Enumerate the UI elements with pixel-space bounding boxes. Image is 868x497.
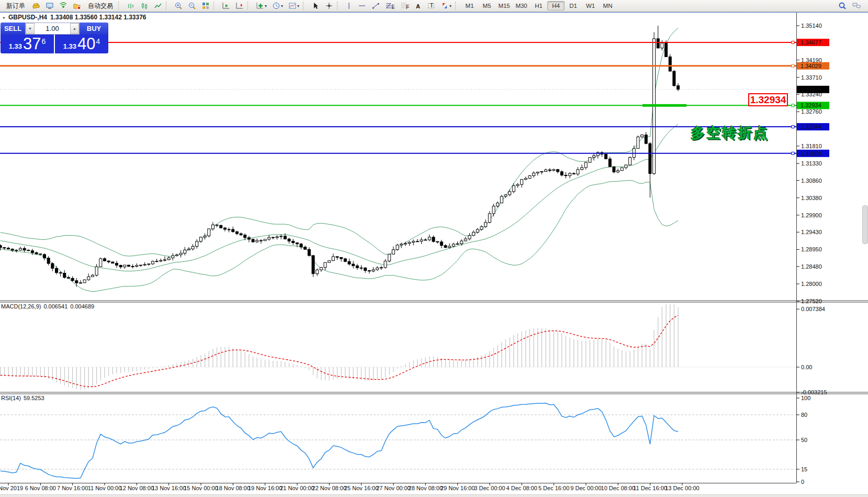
indicators-add-icon[interactable]: ▾ [253, 0, 269, 12]
buy-price[interactable]: 1.33 40 4 [55, 35, 108, 53]
svg-text:12 Nov 08:00: 12 Nov 08:00 [120, 485, 154, 491]
svg-text:15 Nov 00:00: 15 Nov 00:00 [184, 485, 218, 491]
chart-menu-icon[interactable]: ▸ [3, 15, 5, 20]
volume-increase-button[interactable]: ▲ [70, 23, 79, 34]
volume-input[interactable] [35, 23, 70, 34]
svg-text:0: 0 [801, 479, 804, 485]
svg-text:0.007384: 0.007384 [801, 306, 825, 312]
crosshair-icon[interactable] [322, 0, 336, 12]
fibonacci-icon[interactable]: E [382, 0, 397, 12]
svg-text:29 Nov 16:00: 29 Nov 16:00 [441, 485, 475, 491]
grid-icon[interactable]: F [397, 0, 412, 12]
periods-clock-icon[interactable]: ▾ [269, 0, 286, 12]
svg-text:1.35140: 1.35140 [801, 23, 822, 29]
svg-text:1.27520: 1.27520 [801, 298, 822, 304]
svg-text:1.29430: 1.29430 [801, 229, 822, 235]
templates-icon[interactable]: ▾ [286, 0, 302, 12]
volume-decrease-button[interactable]: ▼ [26, 23, 35, 34]
dropdown-caret: ▾ [281, 4, 283, 8]
arrows-icon[interactable]: ▾ [438, 0, 454, 12]
buy-price-big: 40 [77, 36, 95, 52]
sell-price-sup: 6 [42, 37, 46, 46]
svg-text:1.34677: 1.34677 [801, 39, 821, 46]
zoom-in-icon[interactable] [172, 0, 185, 12]
line-chart-icon[interactable] [151, 0, 165, 12]
chart-symbol-period: GBPUSD-,H4 [8, 14, 47, 21]
dropdown-caret: ▾ [449, 4, 452, 8]
buy-price-sup: 4 [96, 37, 100, 46]
svg-text:100: 100 [801, 395, 810, 401]
search-icon[interactable] [836, 0, 849, 12]
tf-button-H4[interactable]: H4 [547, 1, 565, 10]
svg-text:15: 15 [801, 466, 807, 472]
chinese-annotation: 多空转折点 [691, 124, 769, 142]
tf-button-D1[interactable]: D1 [565, 1, 582, 10]
window-bottom-edge [0, 494, 868, 497]
sell-button[interactable]: SELL [1, 23, 25, 35]
tf-button-M15[interactable]: M15 [495, 1, 513, 10]
tf-button-H1[interactable]: H1 [530, 1, 547, 10]
sell-price-prefix: 1.33 [9, 42, 22, 50]
toolbar-separator [166, 2, 170, 10]
timeframe-group: M1M5M15M30H1H4D1W1MN [461, 1, 616, 10]
svg-text:13 Nov 16:00: 13 Nov 16:00 [152, 485, 186, 491]
toolbar-separator [303, 2, 307, 10]
svg-text:1.31810: 1.31810 [801, 143, 822, 149]
tf-button-M5[interactable]: M5 [478, 1, 495, 10]
trendline-icon[interactable] [369, 0, 382, 12]
text-icon[interactable]: A [412, 0, 424, 12]
svg-text:10 Dec 08:00: 10 Dec 08:00 [601, 485, 635, 491]
toolbar-separator [337, 2, 341, 10]
new-order-button[interactable]: 新订单 [2, 0, 29, 12]
svg-text:13 Dec 00:00: 13 Dec 00:00 [665, 485, 699, 491]
svg-text:1.28950: 1.28950 [801, 246, 822, 252]
svg-text:7 Nov 16:00: 7 Nov 16:00 [57, 485, 88, 491]
svg-text:T: T [430, 2, 434, 8]
tf-button-W1[interactable]: W1 [582, 1, 599, 10]
svg-text:1.33376: 1.33376 [801, 86, 821, 93]
terminal-icon[interactable] [43, 0, 57, 12]
tf-button-M30[interactable]: M30 [513, 1, 530, 10]
rsi-indicator-label: RSI(14)59.5253 [1, 395, 47, 401]
macd-indicator-label: MACD(12,26,9)0.0065410.004689 [1, 303, 97, 310]
horizontal-line-icon[interactable] [355, 0, 369, 12]
auto-trading-button[interactable]: 自动交易 [84, 0, 117, 12]
new-order-label: 新订单 [5, 2, 27, 10]
gold-icon[interactable] [29, 0, 43, 12]
svg-text:11 Nov 00:00: 11 Nov 00:00 [88, 485, 122, 491]
auto-scroll-icon[interactable] [219, 0, 233, 12]
svg-text:0.00: 0.00 [801, 364, 812, 370]
chat-icon[interactable] [849, 0, 864, 12]
bar-chart-icon[interactable] [124, 0, 138, 12]
market-folder-icon[interactable] [70, 0, 84, 12]
cursor-icon[interactable] [309, 0, 322, 12]
svg-text:3 Dec 00:00: 3 Dec 00:00 [474, 485, 505, 491]
vertical-scrollbar-thumb[interactable] [862, 205, 868, 244]
svg-text:1.32760: 1.32760 [801, 108, 822, 115]
macd-name: MACD(12,26,9) [1, 303, 41, 310]
svg-text:22 Nov 08:00: 22 Nov 08:00 [312, 485, 346, 491]
svg-text:1.28000: 1.28000 [801, 281, 822, 287]
vertical-line-icon[interactable] [343, 0, 355, 12]
toolbar-right [836, 0, 868, 12]
chart-shift-icon[interactable] [233, 0, 246, 12]
tile-windows-icon[interactable] [199, 0, 212, 12]
tf-button-MN[interactable]: MN [599, 1, 616, 10]
svg-text:1.29900: 1.29900 [801, 212, 822, 218]
svg-text:1.31609: 1.31609 [801, 150, 821, 157]
toolbar: 新订单 自动交易 ▾ ▾ ▾ E F A T ▾ [0, 0, 868, 12]
svg-text:1.30860: 1.30860 [801, 178, 822, 184]
signals-icon[interactable] [57, 0, 70, 12]
svg-text:1.31330: 1.31330 [801, 160, 822, 167]
buy-button[interactable]: BUY [80, 23, 108, 35]
text-label-icon[interactable]: T [424, 0, 438, 12]
dropdown-caret: ▾ [297, 4, 299, 8]
svg-text:A: A [416, 3, 420, 9]
zoom-out-icon[interactable] [185, 0, 199, 12]
volume-box: ▼ ▲ [25, 23, 80, 35]
sell-price[interactable]: 1.33 37 6 [1, 35, 55, 53]
candlestick-icon[interactable] [138, 0, 151, 12]
rsi-name: RSI(14) [1, 395, 21, 401]
svg-text:80: 80 [801, 412, 807, 418]
tf-button-M1[interactable]: M1 [461, 1, 478, 10]
